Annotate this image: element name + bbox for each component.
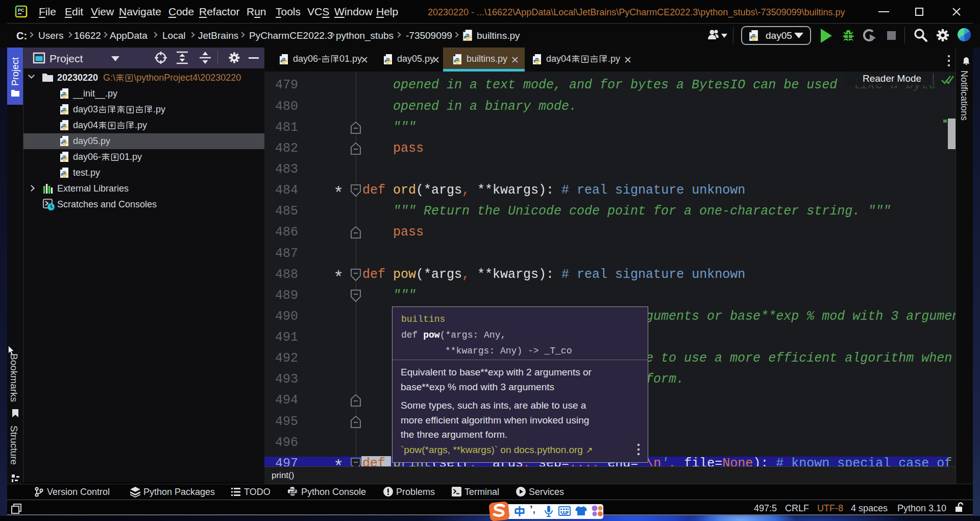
svg-text:PC: PC [18,8,24,13]
